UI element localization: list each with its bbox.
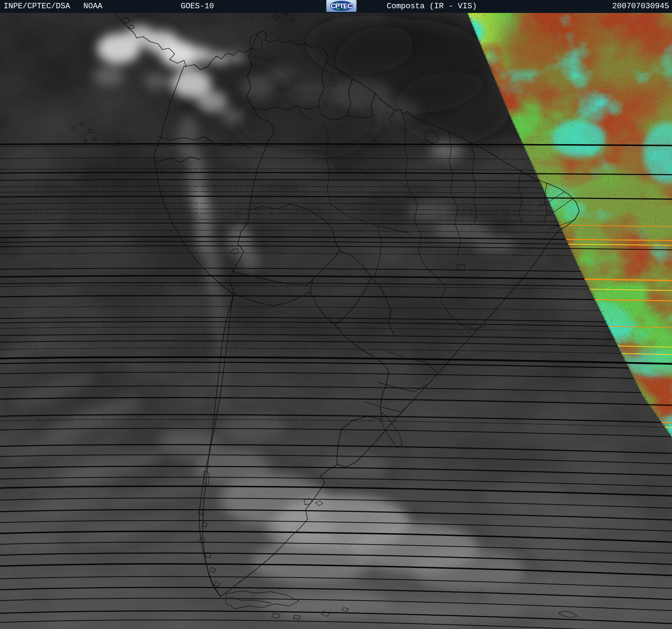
timestamp-label: 200707030945: [612, 0, 669, 13]
title-bar: INPE/CPTEC/DSA NOAA GOES-10 CPTEC Compos…: [0, 0, 672, 13]
satellite-label: GOES-10: [181, 0, 214, 13]
satellite-image: [0, 0, 672, 629]
product-title: Composta (IR - VIS): [387, 0, 477, 13]
cptec-logo: CPTEC: [326, 0, 356, 12]
cptec-logo-text: CPTEC: [331, 0, 352, 12]
goes-satellite-product: INPE/CPTEC/DSA NOAA GOES-10 CPTEC Compos…: [0, 0, 672, 629]
agency-label: INPE/CPTEC/DSA: [4, 0, 70, 13]
speckle-noise: [0, 13, 672, 629]
network-label: NOAA: [83, 0, 102, 13]
